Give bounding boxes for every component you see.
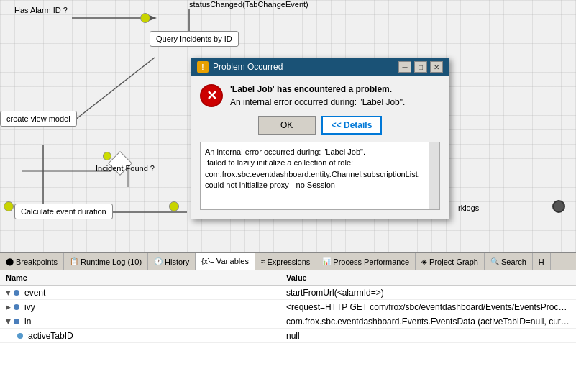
event-label: event: [24, 288, 45, 298]
variables-header: Name Value: [0, 270, 576, 286]
tab-expressions-label: Expressions: [267, 257, 310, 266]
connector-dot-4: [169, 201, 179, 211]
variable-rows: ▶ event startFromUrl(<alarmId=>) ▶ ivy <…: [0, 286, 576, 343]
expand-arrow-ivy[interactable]: ▶: [6, 304, 11, 311]
connector-dot-1: [140, 13, 150, 23]
tab-expressions[interactable]: ≈ Expressions: [255, 253, 316, 270]
bottom-panel: ⬤ Breakpoints 📋 Runtime Log (10) 🕐 Histo…: [0, 252, 576, 392]
expand-arrow-event[interactable]: ▶: [5, 290, 12, 295]
project-graph-icon: ◈: [421, 257, 427, 265]
dialog-maximize-button[interactable]: □: [414, 61, 427, 73]
var-row-active-tab[interactable]: activeTabID null: [0, 329, 576, 343]
ivy-label: ivy: [24, 302, 35, 312]
tab-process-performance[interactable]: 📊 Process Performance: [316, 253, 416, 270]
tab-h-label: H: [539, 257, 544, 266]
problem-dialog: ! Problem Occurred ─ □ ✕ ✕ 'Label Job' h…: [191, 58, 449, 219]
value-column-header: Value: [280, 272, 576, 283]
history-icon: 🕐: [154, 257, 163, 265]
var-value-ivy: <request=HTTP GET com/frox/sbc/eventdash…: [280, 301, 576, 314]
var-name-active-tab: activeTabID: [0, 329, 280, 342]
dialog-body: ✕ 'Label Job' has encountered a problem.…: [191, 76, 449, 219]
dialog-controls: ─ □ ✕: [398, 61, 443, 73]
dialog-main-message: 'Label Job' has encountered a problem.: [230, 84, 405, 94]
detail-scrollbar[interactable]: [429, 142, 439, 209]
var-name-in: ▶ in: [0, 315, 280, 328]
dialog-detail-text: An internal error occurred during: "Labe…: [205, 147, 422, 189]
dialog-close-button[interactable]: ✕: [430, 61, 443, 73]
ivy-dot: [14, 304, 19, 310]
in-dot: [14, 319, 19, 324]
var-name-event: ▶ event: [0, 286, 280, 299]
var-value-event: startFromUrl(<alarmId=>): [280, 286, 576, 299]
tab-variables-label: Variables: [216, 257, 249, 265]
process-performance-icon: 📊: [322, 257, 331, 265]
dialog-titlebar-left: ! Problem Occurred: [197, 61, 283, 73]
tab-search-label: Search: [501, 257, 526, 266]
create-view-model-node[interactable]: create view model: [0, 111, 77, 127]
var-row-event[interactable]: ▶ event startFromUrl(<alarmId=>): [0, 286, 576, 300]
dialog-minimize-button[interactable]: ─: [398, 61, 411, 73]
dialog-titlebar: ! Problem Occurred ─ □ ✕: [191, 58, 449, 76]
tab-runtime-log-label: Runtime Log (10): [81, 257, 142, 266]
dialog-message-text: 'Label Job' has encountered a problem. A…: [230, 84, 405, 107]
expand-arrow-in[interactable]: ▶: [5, 319, 12, 324]
dialog-detail-box: An internal error occurred during: "Labe…: [200, 142, 440, 210]
dialog-title: Problem Occurred: [213, 62, 283, 72]
details-button[interactable]: << Details: [321, 116, 383, 135]
tab-search[interactable]: 🔍 Search: [485, 253, 533, 270]
expressions-icon: ≈: [261, 257, 265, 265]
tab-project-graph[interactable]: ◈ Project Graph: [416, 253, 485, 270]
rklogs-label: rklogs: [458, 204, 479, 212]
tab-runtime-log[interactable]: 📋 Runtime Log (10): [64, 253, 148, 270]
var-row-ivy[interactable]: ▶ ivy <request=HTTP GET com/frox/sbc/eve…: [0, 300, 576, 314]
in-label: in: [24, 316, 31, 327]
tabs-bar: ⬤ Breakpoints 📋 Runtime Log (10) 🕐 Histo…: [0, 253, 576, 270]
event-dot: [14, 290, 19, 296]
active-tab-dot: [17, 333, 23, 339]
variables-panel: Name Value ▶ event startFromUrl(<alarmId…: [0, 270, 576, 392]
svg-line-2: [72, 58, 155, 122]
var-name-ivy: ▶ ivy: [0, 301, 280, 314]
has-alarm-label: Has Alarm ID ?: [14, 6, 68, 14]
var-value-in: com.frox.sbc.eventdashboard.Events.Event…: [280, 315, 576, 328]
dialog-title-icon: !: [197, 61, 209, 73]
tab-h[interactable]: H: [533, 253, 551, 270]
incident-found-label: Incident Found ?: [96, 164, 155, 173]
end-node: [552, 200, 565, 213]
var-row-in[interactable]: ▶ in com.frox.sbc.eventdashboard.Events.…: [0, 314, 576, 329]
tab-history-label: History: [165, 257, 189, 266]
tab-breakpoints-label: Breakpoints: [16, 257, 58, 266]
tab-process-performance-label: Process Performance: [333, 257, 409, 266]
dialog-buttons: OK << Details: [200, 116, 440, 135]
calculate-event-node[interactable]: Calculate event duration: [14, 204, 113, 219]
dialog-sub-message: An internal error occurred during: "Labe…: [230, 97, 405, 107]
tab-variables[interactable]: {x}= Variables: [196, 253, 255, 270]
status-changed-label: statusChanged(TabChangeEvent): [189, 0, 308, 9]
search-icon: 🔍: [490, 257, 499, 265]
connector-dot-3: [4, 201, 14, 211]
tab-project-graph-label: Project Graph: [429, 257, 478, 266]
dialog-message-area: ✕ 'Label Job' has encountered a problem.…: [200, 84, 440, 107]
tab-history[interactable]: 🕐 History: [148, 253, 196, 270]
var-value-active-tab: null: [280, 329, 576, 342]
active-tab-label: activeTabID: [28, 331, 73, 341]
ok-button[interactable]: OK: [258, 116, 316, 135]
error-icon: ✕: [200, 84, 223, 107]
runtime-log-icon: 📋: [70, 257, 78, 265]
tab-breakpoints[interactable]: ⬤ Breakpoints: [0, 253, 64, 270]
breakpoints-icon: ⬤: [6, 257, 14, 265]
variables-icon: {x}=: [201, 257, 214, 265]
name-column-header: Name: [0, 272, 280, 283]
query-incidents-node[interactable]: Query Incidents by ID: [150, 31, 239, 47]
